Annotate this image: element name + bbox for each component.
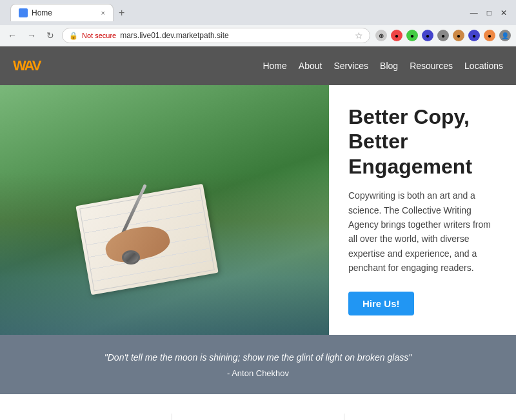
star-icon[interactable]: ☆ xyxy=(355,30,363,41)
address-text: mars.live01.dev.marketpath.site xyxy=(120,31,351,40)
toolbar-icon-8[interactable]: ● xyxy=(484,30,495,41)
hire-us-button[interactable]: Hire Us! xyxy=(348,292,414,315)
nav-link-locations[interactable]: Locations xyxy=(464,61,503,71)
reload-button[interactable]: ↻ xyxy=(44,29,57,42)
cards-section: Short Posts CWA provides writing for blo… xyxy=(0,394,516,420)
nav-item-locations[interactable]: Locations xyxy=(464,60,503,72)
forward-button[interactable]: → xyxy=(25,29,39,42)
tab-close-button[interactable]: × xyxy=(101,9,105,17)
window-controls: — □ ✕ xyxy=(466,7,511,19)
nav-item-about[interactable]: About xyxy=(299,60,322,72)
quote-author: - Anton Chekhov xyxy=(19,368,497,378)
quote-banner: "Don't tell me the moon is shining; show… xyxy=(0,335,516,394)
nav-link-home[interactable]: Home xyxy=(263,61,286,71)
site-nav: WAV Home About Services Blog Resources L… xyxy=(0,46,516,85)
tab-bar: Home × + xyxy=(5,4,135,21)
toolbar-icon-2[interactable]: ● xyxy=(391,30,402,41)
hero-image xyxy=(0,85,329,335)
toolbar-icon-4[interactable]: ● xyxy=(422,30,433,41)
card-divider-1 xyxy=(172,414,172,420)
browser-chrome: Home × + — □ ✕ ← → ↻ 🔒 Not secure mars.l… xyxy=(0,0,516,46)
toolbar-icon-1[interactable]: ⊕ xyxy=(375,30,387,41)
photo-scene xyxy=(0,85,329,335)
card-info-papers: Info Papers CWA can help you write white… xyxy=(185,414,331,420)
window-minimize-button[interactable]: — xyxy=(466,7,482,19)
tab-title: Home xyxy=(32,8,52,17)
window-close-button[interactable]: ✕ xyxy=(497,7,511,19)
nav-item-home[interactable]: Home xyxy=(263,60,286,72)
new-tab-button[interactable]: + xyxy=(114,5,130,21)
nav-link-services[interactable]: Services xyxy=(333,61,368,71)
profile-icon[interactable]: 👤 xyxy=(499,30,511,41)
card-divider-2 xyxy=(344,414,344,420)
back-button[interactable]: ← xyxy=(5,29,19,42)
nav-link-blog[interactable]: Blog xyxy=(380,61,398,71)
site-nav-links: Home About Services Blog Resources Locat… xyxy=(263,60,503,72)
toolbar-icon-7[interactable]: ● xyxy=(468,30,480,41)
browser-addressbar: ← → ↻ 🔒 Not secure mars.live01.dev.marke… xyxy=(0,25,516,46)
tab-favicon xyxy=(19,8,28,17)
browser-tab-home[interactable]: Home × xyxy=(10,4,114,21)
nav-link-about[interactable]: About xyxy=(299,61,322,71)
bracelet xyxy=(122,250,140,265)
hero-content: Better Copy, Better Engagement Copywriti… xyxy=(329,85,516,335)
nav-item-services[interactable]: Services xyxy=(333,60,368,72)
nav-item-blog[interactable]: Blog xyxy=(380,60,398,72)
card-short-posts: Short Posts CWA provides writing for blo… xyxy=(13,414,159,420)
address-bar[interactable]: 🔒 Not secure mars.live01.dev.marketpath.… xyxy=(62,28,370,43)
nav-item-resources[interactable]: Resources xyxy=(410,60,453,72)
quote-text: "Don't tell me the moon is shining; show… xyxy=(19,351,497,365)
security-label: Not secure xyxy=(82,32,116,39)
toolbar-icon-3[interactable]: ● xyxy=(406,30,418,41)
toolbar-icon-6[interactable]: ● xyxy=(453,30,464,41)
card-books: Books CWA has extensive experience writi… xyxy=(357,414,503,420)
hero-description: Copywriting is both an art and a science… xyxy=(348,188,497,275)
hero-title: Better Copy, Better Engagement xyxy=(348,105,497,179)
browser-titlebar: Home × + — □ ✕ xyxy=(0,0,516,25)
nav-link-resources[interactable]: Resources xyxy=(410,61,453,71)
window-maximize-button[interactable]: □ xyxy=(483,7,495,19)
lock-icon: 🔒 xyxy=(69,32,78,40)
site-logo: WAV xyxy=(13,57,40,74)
toolbar-icons: ⊕ ● ● ● ● ● ● ● 👤 xyxy=(375,30,511,41)
toolbar-icon-5[interactable]: ● xyxy=(437,30,449,41)
hero-section: Better Copy, Better Engagement Copywriti… xyxy=(0,85,516,335)
